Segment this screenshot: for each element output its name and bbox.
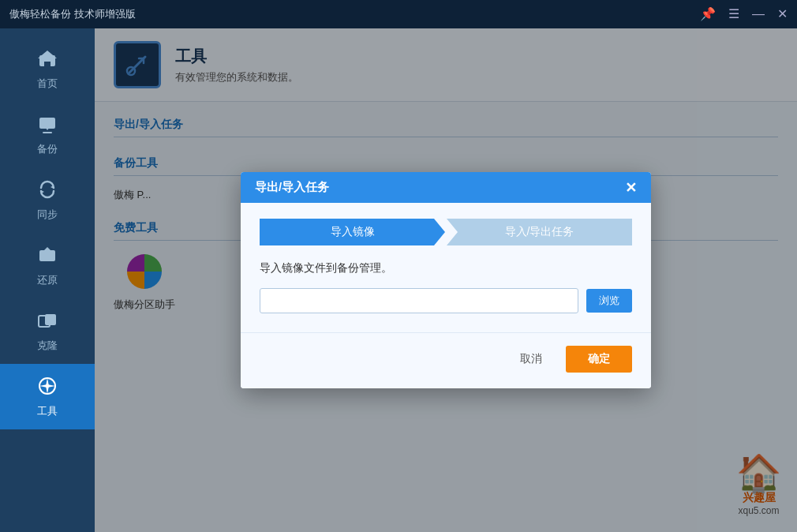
- sidebar-label-home: 首页: [37, 77, 58, 91]
- modal-footer: 取消 确定: [241, 332, 651, 388]
- svg-marker-7: [41, 190, 44, 193]
- app-title: 傲梅轻松备份 技术师增强版: [9, 7, 700, 21]
- backup-icon: [36, 113, 58, 138]
- title-bar: 傲梅轻松备份 技术师增强版 📌 ☰ — ✕: [0, 0, 797, 28]
- close-button[interactable]: ✕: [777, 8, 788, 21]
- modal-body: 导入镜像 导入/导出任务 导入镜像文件到备份管理。 浏览: [241, 203, 651, 332]
- svg-marker-1: [38, 51, 57, 58]
- svg-marker-6: [51, 185, 54, 189]
- modal-tabs: 导入镜像 导入/导出任务: [260, 219, 632, 245]
- sidebar-label-backup: 备份: [37, 142, 58, 156]
- svg-rect-2: [44, 62, 51, 66]
- sync-icon: [36, 178, 58, 204]
- browse-button[interactable]: 浏览: [586, 289, 632, 313]
- image-path-input[interactable]: [260, 288, 578, 313]
- sidebar-item-tools[interactable]: 工具: [0, 364, 95, 429]
- sidebar-item-home[interactable]: 首页: [0, 36, 95, 102]
- tools-icon: [36, 375, 58, 400]
- svg-rect-8: [39, 250, 55, 261]
- sidebar-label-clone: 克隆: [37, 339, 58, 353]
- modal-description: 导入镜像文件到备份管理。: [260, 261, 632, 275]
- modal-overlay: 导出/导入任务 ✕ 导入镜像 导入/导出任务 导入镜像文件到备份管理。 浏览 取…: [95, 28, 797, 532]
- sidebar-item-restore[interactable]: 还原: [0, 233, 95, 298]
- modal-export-import: 导出/导入任务 ✕ 导入镜像 导入/导出任务 导入镜像文件到备份管理。 浏览 取…: [241, 172, 651, 388]
- window-controls: 📌 ☰ — ✕: [700, 8, 788, 21]
- menu-button[interactable]: ☰: [728, 8, 739, 21]
- sidebar-label-tools: 工具: [37, 404, 58, 418]
- minimize-button[interactable]: —: [752, 8, 765, 21]
- sidebar: 首页 备份 同步: [0, 28, 95, 532]
- svg-rect-11: [45, 314, 56, 325]
- sidebar-item-sync[interactable]: 同步: [0, 167, 95, 233]
- clone-icon: [36, 309, 58, 335]
- home-icon: [36, 47, 58, 73]
- sidebar-item-clone[interactable]: 克隆: [0, 298, 95, 364]
- sidebar-item-backup[interactable]: 备份: [0, 102, 95, 167]
- modal-close-button[interactable]: ✕: [625, 181, 637, 195]
- tab-import-export-task[interactable]: 导入/导出任务: [447, 219, 632, 245]
- svg-rect-5: [43, 132, 52, 133]
- sidebar-label-restore: 还原: [37, 273, 58, 287]
- sidebar-label-sync: 同步: [37, 208, 58, 222]
- confirm-button[interactable]: 确定: [566, 346, 632, 373]
- modal-title: 导出/导入任务: [255, 180, 329, 195]
- modal-header: 导出/导入任务 ✕: [241, 172, 651, 203]
- svg-marker-9: [43, 247, 52, 252]
- cancel-button[interactable]: 取消: [506, 346, 556, 373]
- pin-button[interactable]: 📌: [700, 8, 716, 21]
- modal-input-row: 浏览: [260, 288, 632, 313]
- restore-icon: [36, 244, 58, 269]
- tab-import-image[interactable]: 导入镜像: [260, 219, 445, 245]
